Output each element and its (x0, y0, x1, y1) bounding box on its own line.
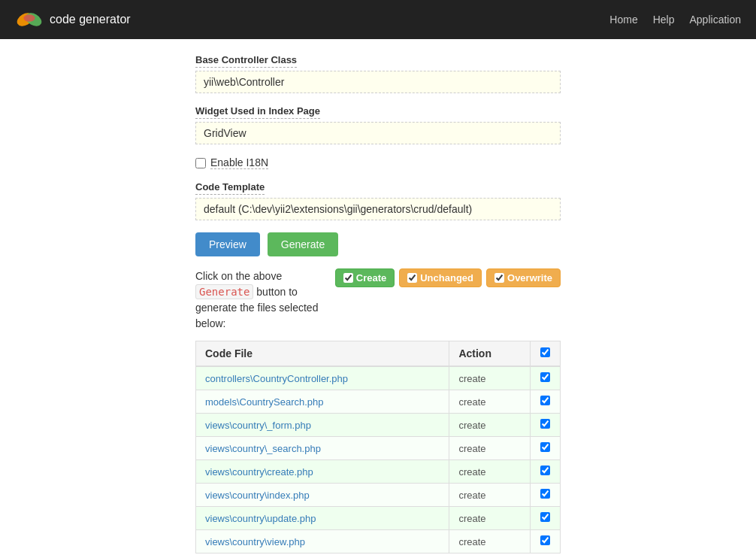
main-content: Base Controller Class Widget Used in Ind… (0, 39, 756, 555)
file-link[interactable]: views\country\_search.php (205, 443, 321, 454)
base-controller-input[interactable] (195, 71, 561, 93)
generate-keyword: Generate (195, 284, 253, 299)
row-checkbox[interactable] (540, 396, 550, 405)
file-link[interactable]: views\country\_form.php (205, 420, 311, 431)
file-link[interactable]: views\country\update.php (205, 513, 316, 524)
file-cell: views\country\_form.php (196, 414, 449, 437)
action-cell: create (449, 484, 531, 507)
table-row: views\country\view.phpcreate (196, 530, 561, 553)
file-cell: views\country\update.php (196, 507, 449, 530)
col-select-all[interactable] (531, 341, 561, 367)
brand: code generator (15, 5, 131, 34)
file-link[interactable]: models\CountrySearch.php (205, 396, 324, 408)
enable-i18n-checkbox[interactable] (195, 158, 206, 168)
generate-text: Click on the above Generate button to ge… (195, 268, 335, 332)
row-checkbox-cell[interactable] (531, 366, 561, 390)
widget-group: Widget Used in Index Page (195, 105, 561, 144)
select-all-checkbox[interactable] (540, 347, 550, 357)
file-table: Code File Action controllers\CountryCont… (195, 341, 561, 553)
svg-point-2 (23, 14, 35, 22)
row-checkbox[interactable] (540, 419, 550, 429)
row-checkbox[interactable] (540, 442, 550, 452)
badge-create-checkbox[interactable] (343, 273, 353, 283)
table-row: views\country\create.phpcreate (196, 460, 561, 484)
navbar: code generator Home Help Application (0, 0, 756, 39)
action-cell: create (449, 460, 531, 484)
action-cell: create (449, 530, 531, 553)
brand-text: code generator (50, 13, 131, 26)
nav-application[interactable]: Application (690, 14, 742, 26)
legend-badges: Create Unchanged Overwrite (335, 268, 561, 287)
badge-overwrite-checkbox[interactable] (494, 273, 504, 283)
file-link[interactable]: views\country\create.php (205, 466, 313, 478)
action-cell: create (449, 414, 531, 437)
generate-button[interactable]: Generate (268, 232, 338, 256)
code-template-input[interactable] (195, 198, 561, 220)
badge-overwrite-label: Overwrite (507, 272, 552, 284)
widget-input[interactable] (195, 122, 561, 144)
table-row: views\country\_search.phpcreate (196, 437, 561, 460)
row-checkbox-cell[interactable] (531, 390, 561, 414)
row-checkbox-cell[interactable] (531, 414, 561, 437)
action-cell: create (449, 390, 531, 414)
file-table-body: controllers\CountryController.phpcreatem… (196, 366, 561, 553)
badge-create: Create (335, 268, 395, 287)
file-link[interactable]: controllers\CountryController.php (205, 373, 348, 384)
action-cell: create (449, 437, 531, 460)
yii-logo (15, 5, 44, 34)
badge-overwrite: Overwrite (486, 268, 561, 287)
badge-create-label: Create (356, 272, 386, 284)
row-checkbox[interactable] (540, 372, 550, 382)
nav-home[interactable]: Home (609, 14, 637, 26)
row-checkbox[interactable] (540, 535, 550, 545)
badge-unchanged: Unchanged (399, 268, 482, 287)
widget-label: Widget Used in Index Page (195, 105, 320, 119)
file-cell: models\CountrySearch.php (196, 390, 449, 414)
action-cell: create (449, 507, 531, 530)
col-action: Action (449, 341, 531, 367)
file-cell: views\country\_search.php (196, 437, 449, 460)
enable-i18n-label: Enable I18N (210, 156, 268, 169)
preview-button[interactable]: Preview (195, 232, 260, 256)
row-checkbox-cell[interactable] (531, 437, 561, 460)
row-checkbox[interactable] (540, 512, 550, 522)
code-template-group: Code Template (195, 181, 561, 220)
row-checkbox-cell[interactable] (531, 530, 561, 553)
file-cell: views\country\view.php (196, 530, 449, 553)
row-checkbox-cell[interactable] (531, 484, 561, 507)
row-checkbox-cell[interactable] (531, 460, 561, 484)
table-header-row: Code File Action (196, 341, 561, 367)
table-row: models\CountrySearch.phpcreate (196, 390, 561, 414)
generate-text-before: Click on the above (195, 270, 282, 282)
file-link[interactable]: views\country\view.php (205, 536, 305, 547)
row-checkbox-cell[interactable] (531, 507, 561, 530)
i18n-group: Enable I18N (195, 156, 561, 169)
code-template-label: Code Template (195, 181, 265, 195)
action-cell: create (449, 366, 531, 390)
file-link[interactable]: views\country\index.php (205, 490, 310, 501)
file-cell: views\country\index.php (196, 484, 449, 507)
row-checkbox[interactable] (540, 489, 550, 499)
file-cell: controllers\CountryController.php (196, 366, 449, 390)
generate-info-row: Click on the above Generate button to ge… (195, 268, 561, 332)
table-row: views\country\index.phpcreate (196, 484, 561, 507)
badge-unchanged-checkbox[interactable] (407, 273, 417, 283)
badge-unchanged-label: Unchanged (420, 272, 473, 284)
base-controller-group: Base Controller Class (195, 54, 561, 93)
base-controller-label: Base Controller Class (195, 54, 297, 68)
action-buttons: Preview Generate (195, 232, 561, 256)
table-row: views\country\update.phpcreate (196, 507, 561, 530)
table-row: views\country\_form.phpcreate (196, 414, 561, 437)
col-code-file: Code File (196, 341, 449, 367)
table-row: controllers\CountryController.phpcreate (196, 366, 561, 390)
row-checkbox[interactable] (540, 466, 550, 475)
nav-help[interactable]: Help (653, 14, 675, 26)
file-cell: views\country\create.php (196, 460, 449, 484)
nav-links: Home Help Application (609, 14, 741, 26)
